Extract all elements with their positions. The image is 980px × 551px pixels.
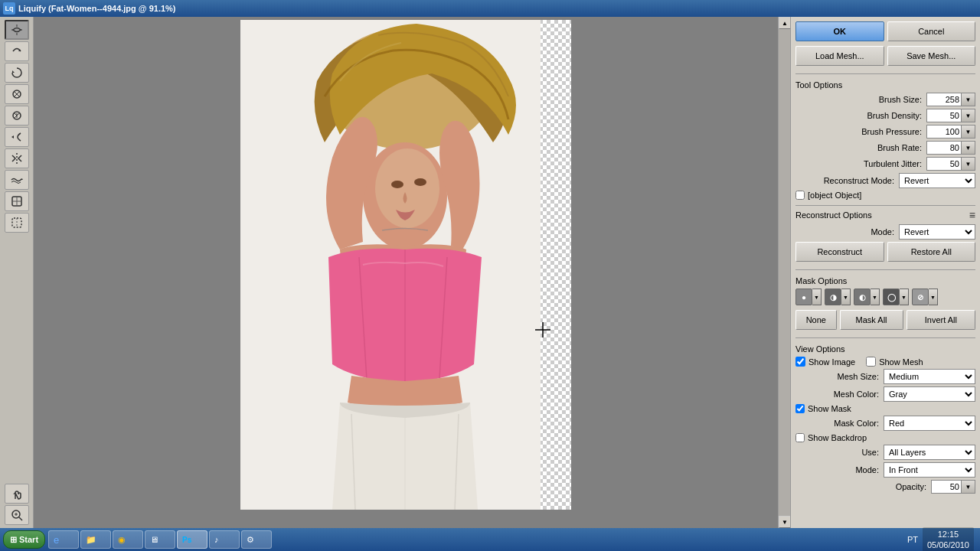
mask-action-row: None Mask All Invert All <box>795 310 975 330</box>
main-layout: ▲ ▼ OK Cancel Load Mesh... Save Mesh... … <box>0 17 980 528</box>
brush-rate-input[interactable] <box>926 141 962 155</box>
brush-size-dropdown[interactable]: ▼ <box>962 93 975 106</box>
svg-marker-4 <box>11 135 14 139</box>
taskbar-explorer[interactable]: 🖥 <box>145 530 175 549</box>
mask-icon-btn-4[interactable]: ◯ <box>883 289 900 305</box>
date-display: 05/06/2010 <box>927 540 969 550</box>
brush-rate-dropdown[interactable]: ▼ <box>962 141 975 155</box>
pucker-tool[interactable] <box>5 84 29 104</box>
save-mesh-button[interactable]: Save Mesh... <box>887 46 976 66</box>
mask-icon-dropdown-2[interactable]: ▼ <box>841 289 851 305</box>
mask-icon-btn-2[interactable]: ◑ <box>825 289 841 305</box>
scroll-track[interactable] <box>779 29 790 516</box>
mask-icon-dropdown-5[interactable]: ▼ <box>929 289 938 305</box>
reconstruct-collapse-icon[interactable]: ≡ <box>969 209 975 221</box>
canvas-area[interactable] <box>34 17 778 528</box>
mask-icon-group-1: ● ▼ <box>795 289 822 305</box>
taskbar-folder[interactable]: 📁 <box>80 530 111 549</box>
mask-icon-dropdown-1[interactable]: ▼ <box>812 289 822 305</box>
brush-size-row: Brush Size: ▼ <box>795 93 975 106</box>
mesh-color-select[interactable]: Black Gray White Red <box>884 386 975 402</box>
scroll-down-arrow[interactable]: ▼ <box>779 516 790 528</box>
show-mask-label: Show Mask <box>808 404 851 413</box>
left-toolbar <box>0 17 34 528</box>
warp-tool[interactable] <box>5 20 29 40</box>
tool-options-label: Tool Options <box>795 80 975 90</box>
push-left-tool[interactable] <box>5 127 29 147</box>
show-mesh-label: Show Mesh <box>879 357 923 367</box>
freeze-tool[interactable] <box>5 191 29 211</box>
window-title: Liquify (Fat-Women--4944.jpg @ 91.1%) <box>18 4 176 13</box>
scroll-up-arrow[interactable]: ▲ <box>779 17 790 29</box>
brush-pressure-input[interactable] <box>926 125 962 139</box>
twirl-cw-tool[interactable] <box>5 63 29 83</box>
taskbar: ⊞ Start e 📁 ◉ 🖥 Ps ♪ ⚙ PT 12:15 05/06/20… <box>0 528 980 551</box>
mode-select2[interactable]: In Front Behind Blend Difference <box>884 462 975 478</box>
windows-logo-icon: ⊞ <box>10 535 17 545</box>
mask-icon-btn-1[interactable]: ● <box>795 289 812 305</box>
brush-density-dropdown[interactable]: ▼ <box>962 109 975 122</box>
reconstruct-mode-select[interactable]: Revert Displace Amplitwist Affine <box>899 173 975 188</box>
taskbar-media[interactable]: ♪ <box>209 530 240 549</box>
mode-row: Mode: In Front Behind Blend Difference <box>795 462 975 478</box>
invert-all-button[interactable]: Invert All <box>906 310 975 330</box>
mesh-size-row: Mesh Size: Small Medium Large <box>795 369 975 384</box>
mirror-tool[interactable] <box>5 148 29 168</box>
mask-icon-dropdown-3[interactable]: ▼ <box>871 289 880 305</box>
show-mask-checkbox[interactable] <box>795 404 805 413</box>
cancel-button[interactable]: Cancel <box>887 21 976 41</box>
mask-options-label: Mask Options <box>795 276 975 285</box>
reconstruct-button[interactable]: Reconstruct <box>795 242 884 262</box>
mask-icon-btn-3[interactable]: ◐ <box>854 289 871 305</box>
canvas-content <box>34 17 778 528</box>
ok-button[interactable]: OK <box>795 21 884 41</box>
brush-density-input[interactable] <box>926 109 962 122</box>
brush-size-input[interactable] <box>926 93 962 106</box>
start-button[interactable]: ⊞ Start <box>3 530 45 549</box>
vertical-scrollbar[interactable]: ▲ ▼ <box>778 17 790 528</box>
hand-tool[interactable] <box>5 484 29 504</box>
zoom-tool[interactable] <box>5 505 29 525</box>
stylus-pressure-label: [object Object] <box>808 191 861 200</box>
turbulent-jitter-dropdown[interactable]: ▼ <box>962 157 975 171</box>
ps-icon: Ps <box>182 536 191 544</box>
stylus-pressure-checkbox[interactable] <box>795 191 805 200</box>
load-mesh-button[interactable]: Load Mesh... <box>795 46 884 66</box>
mask-icon-group-2: ◑ ▼ <box>825 289 851 305</box>
taskbar-extra[interactable]: ⚙ <box>241 530 272 549</box>
opacity-row: Opacity: ▼ <box>795 480 975 494</box>
none-button[interactable]: None <box>795 310 837 330</box>
mode-select[interactable]: Revert Displace Amplitwist Affine <box>899 224 975 240</box>
title-bar: Lq Liquify (Fat-Women--4944.jpg @ 91.1%) <box>0 0 980 17</box>
thaw-tool[interactable] <box>5 213 29 233</box>
show-mask-row: Show Mask <box>795 404 975 413</box>
use-select[interactable]: All Layers Background <box>884 445 975 460</box>
brush-pressure-dropdown[interactable]: ▼ <box>962 125 975 139</box>
brush-size-control: ▼ <box>926 93 975 106</box>
turbulence-tool[interactable] <box>5 170 29 190</box>
show-image-checkbox[interactable] <box>795 357 805 367</box>
show-image-label: Show Image <box>808 357 855 367</box>
ok-cancel-row: OK Cancel <box>795 21 975 41</box>
show-backdrop-checkbox[interactable] <box>795 433 805 442</box>
opacity-input[interactable] <box>931 480 962 494</box>
mesh-size-label: Mesh Size: <box>795 372 884 381</box>
mask-all-button[interactable]: Mask All <box>840 310 903 330</box>
mesh-size-select[interactable]: Small Medium Large <box>884 369 975 384</box>
bloat-tool[interactable] <box>5 106 29 126</box>
svg-rect-25 <box>541 20 571 510</box>
taskbar-chrome[interactable]: ◉ <box>113 530 143 549</box>
taskbar-photoshop[interactable]: Ps <box>177 530 207 549</box>
show-backdrop-row: Show Backdrop <box>795 433 975 442</box>
taskbar-ie[interactable]: e <box>48 530 79 549</box>
show-image-row: Show Image Show Mesh <box>795 357 975 367</box>
mask-icon-dropdown-4[interactable]: ▼ <box>900 289 909 305</box>
show-mesh-checkbox[interactable] <box>866 357 876 367</box>
canvas-wrapper: ▲ ▼ <box>34 17 790 528</box>
mask-color-select[interactable]: Red Green Blue White <box>884 416 975 431</box>
restore-all-button[interactable]: Restore All <box>887 242 976 262</box>
turbulent-jitter-input[interactable] <box>926 157 962 171</box>
mask-icon-btn-5[interactable]: ⊘ <box>912 289 929 305</box>
reconstruct-tool[interactable] <box>5 41 29 61</box>
opacity-dropdown[interactable]: ▼ <box>962 480 975 494</box>
